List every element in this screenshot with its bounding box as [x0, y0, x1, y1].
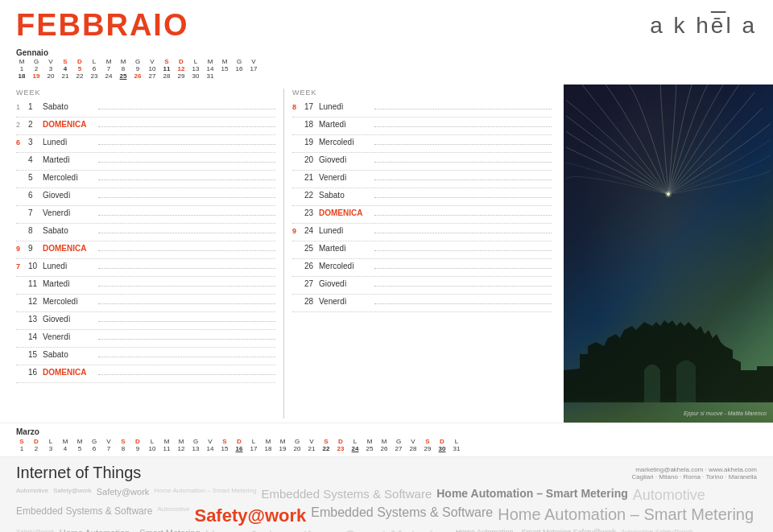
day-row: 9 24 Lunedì: [292, 224, 552, 241]
day-row: 13 Giovedì: [16, 312, 275, 330]
photo-caption: Eppur si muove - Mattia Marenco: [684, 410, 767, 416]
gennaio-row2: 18 19 2021222324 25 26 2728293031: [16, 72, 757, 80]
logo: a k hēl a: [650, 13, 757, 39]
day-row: 14 Venerdì: [16, 330, 275, 348]
day-row: 11 Martedì: [16, 277, 275, 295]
tag: Home Automation – Smart Metering: [436, 487, 628, 504]
day-row: 9 9 DOMENICA: [16, 241, 275, 259]
tag: Safety@work: [16, 528, 55, 532]
day-row: 23 DOMENICA: [292, 206, 552, 224]
logo-text: a k h: [650, 13, 711, 38]
gennaio-row1: 123 4 5 678910 11 12 1314151617: [16, 65, 757, 72]
day-row: 26 Mercoledì: [292, 259, 552, 277]
week-header-right: Week: [292, 89, 552, 97]
day-row: 25 Martedì: [292, 241, 552, 259]
contact-line1: marketing@akhela.com · www.akhela.com: [632, 466, 757, 473]
tag: Safety@work: [97, 487, 150, 504]
marzo-section: Marzo S D LMMGV S D LMMGV S D LMMGV S D …: [0, 423, 773, 456]
tag: Home Automation – Smart Metering: [60, 528, 200, 532]
calendar-section: Week 1 1 Sabato 2 2 DOMENICA 6 3 L: [0, 85, 564, 423]
tag-safety-at-work-large: Safety@work: [194, 505, 306, 526]
day-row: 6 3 Lunedì: [16, 135, 275, 153]
day-row: 20 Giovedì: [292, 153, 552, 171]
day-row: 22 Sabato: [292, 188, 552, 206]
day-row: 12 Mercoledì: [16, 295, 275, 312]
gennaio-title: Gennaio: [16, 48, 757, 57]
marzo-header: S D LMMGV S D LMMGV S D LMMGV S D LMMGV …: [16, 438, 757, 445]
week-col-right: Week 8 17 Lunedì 18 Martedì 19 Mercoledì: [283, 89, 552, 419]
tag: Home Automation – Smart Metering Safety@…: [456, 528, 616, 532]
footer: Internet of Things marketing@akhela.com …: [0, 456, 773, 532]
gennaio-section: Gennaio MGV S D LMMGV S D LMMGV 123 4 5 …: [0, 47, 773, 81]
day-row: 5 Mercoledì: [16, 171, 275, 188]
tag: Embedded Systems & Software: [311, 505, 493, 526]
photo-background: [564, 85, 773, 423]
footer-contact: marketing@akhela.com · www.akhela.com Ca…: [632, 466, 757, 480]
day-row: 4 Martedì: [16, 153, 275, 171]
tag: Embedded Systems & Software: [16, 505, 152, 526]
iot-title: Internet of Things: [16, 464, 141, 482]
gennaio-calendar: MGV S D LMMGV S D LMMGV 123 4 5 678910 1…: [16, 58, 757, 80]
logo-text2: l a: [725, 13, 757, 38]
day-row: 16 DOMENICA: [16, 365, 275, 383]
tag: Home Automation – Smart Metering: [498, 505, 754, 526]
week-header-left: Week: [16, 89, 275, 97]
tag: Automotive: [157, 505, 189, 526]
day-row: 19 Mercoledì: [292, 135, 552, 153]
ruins-svg: [564, 298, 773, 402]
tag: Home Automation – Smart Metering: [154, 487, 256, 504]
tag: Safety@work: [53, 487, 92, 504]
day-row: 27 Giovedì: [292, 277, 552, 295]
svg-point-1: [665, 192, 672, 198]
tag: Automotive: [633, 487, 705, 504]
day-row: 6 Giovedì: [16, 188, 275, 206]
gennaio-header: MGV S D LMMGV S D LMMGV: [16, 58, 757, 65]
tag: Embedded Systems & Software: [261, 487, 432, 504]
footer-tags: Automotive Safety@work Safety@work Home …: [16, 487, 757, 532]
weeks-container: Week 1 1 Sabato 2 2 DOMENICA 6 3 L: [16, 89, 552, 419]
day-row: 7 Venerdì: [16, 206, 275, 224]
day-row: 15 Sabato: [16, 348, 275, 365]
footer-top: Internet of Things marketing@akhela.com …: [16, 464, 757, 482]
logo-overline: ē: [711, 13, 726, 38]
day-row: 8 Sabato: [16, 224, 275, 241]
main-area: Week 1 1 Sabato 2 2 DOMENICA 6 3 L: [0, 85, 773, 423]
day-row: 21 Venerdì: [292, 171, 552, 188]
day-row: 8 17 Lunedì: [292, 100, 552, 118]
tag: Automotive Safety@work: [621, 528, 693, 532]
day-row: 2 2 DOMENICA: [16, 118, 275, 135]
contact-line2: Cagliari · Milano · Roma · Torino · Mara…: [632, 473, 757, 480]
tag: Automotive: [16, 487, 48, 504]
day-row: 7 10 Lunedì: [16, 259, 275, 277]
day-row: 1 1 Sabato: [16, 100, 275, 118]
week-col-left: Week 1 1 Sabato 2 2 DOMENICA 6 3 L: [16, 89, 283, 419]
page-header: FEBBRAIO a k hēl a: [0, 0, 773, 47]
marzo-row1: 1 2 34567 89 1011121314 1516 1718192021 …: [16, 445, 757, 452]
marzo-title: Marzo: [16, 427, 757, 436]
day-row: 18 Martedì: [292, 118, 552, 135]
day-row: 28 Venerdì: [292, 295, 552, 312]
tag: Home Automation – Smart Metering: [205, 528, 451, 532]
month-title: FEBBRAIO: [16, 8, 188, 43]
marzo-calendar: S D LMMGV S D LMMGV S D LMMGV S D LMMGV …: [16, 438, 757, 452]
star-trails-svg: [564, 85, 773, 304]
photo-section: Eppur si muove - Mattia Marenco: [564, 85, 773, 423]
